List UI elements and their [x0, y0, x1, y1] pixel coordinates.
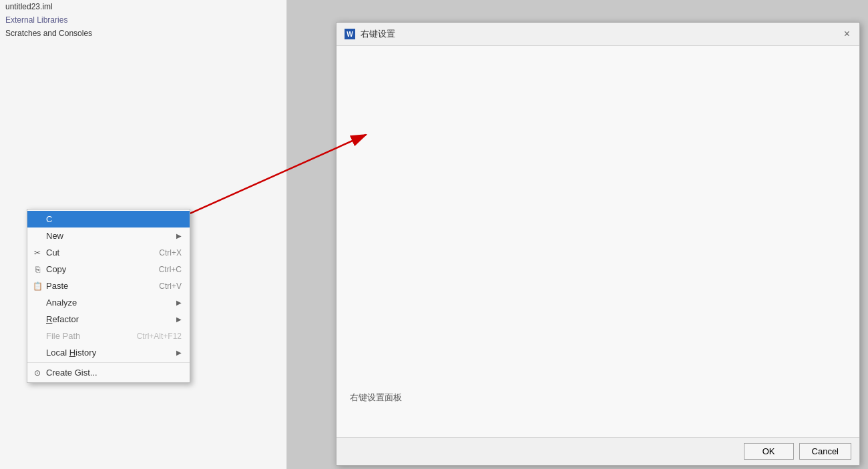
dialog: W 右键设置 × 右键设置面板 OK Cancel — [336, 22, 860, 466]
copy-icon: ⎘ — [31, 265, 43, 274]
submenu-arrow-refactor: ▶ — [176, 316, 182, 323]
menu-item-localhistory[interactable]: Local History ▶ — [27, 344, 190, 361]
dialog-content: 右键设置面板 — [337, 46, 859, 437]
ok-button[interactable]: OK — [744, 443, 794, 460]
dialog-title-area: W 右键设置 — [345, 28, 395, 40]
menu-item-filepath[interactable]: File Path Ctrl+Alt+F12 — [27, 328, 190, 344]
gist-icon: ⊙ — [31, 368, 43, 378]
tree-item-file[interactable]: untitled23.iml — [0, 0, 286, 13]
menu-item-refactor[interactable]: Refactor ▶ — [27, 311, 190, 328]
dialog-titlebar: W 右键设置 × — [337, 23, 859, 46]
menu-item-cut[interactable]: ✂ Cut Ctrl+X — [27, 244, 190, 261]
menu-item-analyze[interactable]: Analyze ▶ — [27, 294, 190, 311]
dialog-close-button[interactable]: × — [843, 29, 851, 39]
menu-item-new[interactable]: New ▶ — [27, 227, 190, 244]
dialog-icon: W — [345, 29, 355, 39]
submenu-arrow-analyze: ▶ — [176, 299, 182, 306]
submenu-arrow-localhistory: ▶ — [176, 349, 182, 356]
context-menu: C New ▶ ✂ Cut Ctrl+X ⎘ Copy Ctrl+C 📋 Pas… — [27, 209, 190, 383]
menu-item-creategist[interactable]: ⊙ Create Gist... — [27, 364, 190, 381]
cut-icon: ✂ — [31, 248, 43, 258]
menu-separator — [27, 362, 190, 363]
cancel-button[interactable]: Cancel — [799, 443, 851, 460]
dialog-panel-label: 右键设置面板 — [350, 392, 402, 404]
menu-item-header[interactable]: C — [27, 211, 190, 227]
dialog-title-text: 右键设置 — [361, 28, 395, 40]
menu-item-copy[interactable]: ⎘ Copy Ctrl+C — [27, 261, 190, 278]
menu-item-paste[interactable]: 📋 Paste Ctrl+V — [27, 278, 190, 294]
submenu-arrow-new: ▶ — [176, 232, 182, 240]
dialog-footer: OK Cancel — [337, 437, 859, 465]
tree-item-scratches[interactable]: Scratches and Consoles — [0, 27, 286, 40]
tree-item-external[interactable]: External Libraries — [0, 13, 286, 27]
paste-icon: 📋 — [31, 282, 43, 291]
